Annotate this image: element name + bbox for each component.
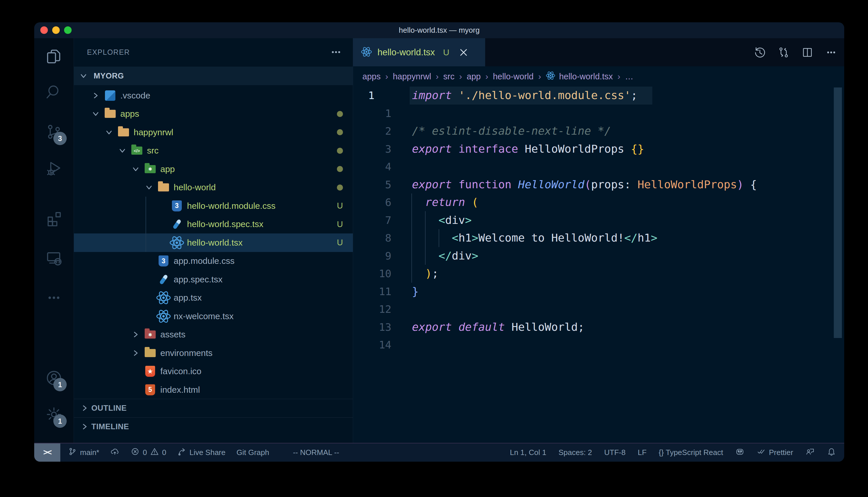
- open-timeline-button[interactable]: [754, 46, 766, 58]
- code-line[interactable]: 5export function HelloWorld(props: Hello…: [353, 176, 844, 194]
- code-line[interactable]: 1import './hello-world.module.css';: [353, 87, 844, 104]
- tree-item-happynrwl[interactable]: happynrwl: [74, 123, 353, 142]
- open-changes-button[interactable]: [777, 46, 790, 58]
- tab-hello-world-tsx[interactable]: hello-world.tsx U: [353, 38, 485, 66]
- tree-item-apps[interactable]: apps: [74, 105, 353, 123]
- code-line[interactable]: 1: [353, 104, 844, 123]
- code-line[interactable]: 14: [353, 336, 844, 354]
- line-number: 6: [353, 194, 391, 211]
- code-text: import './hello-world.module.css';: [412, 87, 637, 104]
- status-item-vim-mode[interactable]: -- NORMAL --: [293, 448, 339, 457]
- breadcrumb-item--[interactable]: …: [625, 72, 633, 81]
- status-item-live-share[interactable]: Live Share: [177, 447, 225, 458]
- code-line[interactable]: 4: [353, 158, 844, 176]
- title-bar[interactable]: hello-world.tsx — myorg: [34, 22, 844, 38]
- code-line[interactable]: 12: [353, 300, 844, 318]
- activity-item-explorer[interactable]: [43, 47, 64, 68]
- breadcrumb-separator: ›: [436, 72, 439, 81]
- status-item-feedback[interactable]: [805, 447, 815, 458]
- status-item-notifications[interactable]: [827, 447, 836, 458]
- tree-item--vscode[interactable]: .vscode: [74, 86, 353, 105]
- activity-item-run-debug[interactable]: [43, 158, 64, 179]
- git-modified-dot: [337, 148, 343, 154]
- code-editor[interactable]: 1import './hello-world.module.css';12/* …: [353, 87, 844, 443]
- breadcrumb-item-src[interactable]: src: [443, 72, 455, 81]
- tree-item-src[interactable]: </>src: [74, 142, 353, 160]
- activity-item-extensions[interactable]: [43, 209, 64, 230]
- tree-item-nx-welcome-tsx[interactable]: nx-welcome.tsx: [74, 307, 353, 326]
- tree-item-app-spec-tsx[interactable]: app.spec.tsx: [74, 270, 353, 289]
- breadcrumb-item-hello-world[interactable]: hello-world: [493, 72, 534, 81]
- tab-label: hello-world.tsx: [377, 47, 435, 58]
- remote-indicator[interactable]: ><: [34, 443, 60, 462]
- folder-src-icon: </>: [129, 144, 145, 157]
- tree-item-hello-world[interactable]: hello-world: [74, 179, 353, 197]
- status-item-sync[interactable]: [110, 447, 120, 458]
- tree-item-app[interactable]: ✱app: [74, 160, 353, 179]
- tree-item-label: hello-world.module.css: [187, 201, 275, 211]
- code-line[interactable]: 8 <h1>Welcome to HelloWorld!</h1>: [353, 229, 844, 247]
- line-number: 7: [353, 211, 391, 229]
- outline-section-header[interactable]: OUTLINE: [74, 399, 353, 417]
- code-line[interactable]: 7 <div>: [353, 211, 844, 229]
- status-item-cursor-position[interactable]: Ln 1, Col 1: [510, 448, 547, 457]
- line-number: 9: [353, 247, 391, 265]
- badge: 3: [53, 132, 67, 145]
- git-untracked-badge: U: [337, 201, 343, 211]
- tree-item-hello-world-tsx[interactable]: hello-world.tsxU: [74, 233, 353, 252]
- line-number: 10: [353, 265, 391, 283]
- code-text: <div>: [412, 211, 472, 229]
- code-line[interactable]: 9 </div>: [353, 247, 844, 265]
- tree-item-index-html[interactable]: 5index.html: [74, 381, 353, 399]
- outline-label: OUTLINE: [91, 404, 127, 413]
- code-line[interactable]: 10 );: [353, 265, 844, 283]
- code-line[interactable]: 3export interface HelloWorldProps {}: [353, 140, 844, 158]
- status-item-extension-face[interactable]: [735, 447, 744, 458]
- code-line[interactable]: 13export default HelloWorld;: [353, 318, 844, 336]
- activity-item-accounts[interactable]: 1: [43, 368, 64, 389]
- tree-item-app-module-css[interactable]: 3app.module.css: [74, 252, 353, 270]
- folder-tan-icon: [102, 107, 118, 120]
- breadcrumb-item-hello-world-tsx[interactable]: hello-world.tsx: [546, 71, 612, 83]
- status-item-encoding[interactable]: UTF-8: [604, 448, 625, 457]
- activity-item-settings[interactable]: 1: [43, 404, 64, 425]
- status-item-git-graph[interactable]: Git Graph: [237, 448, 269, 457]
- tree-item-app-tsx[interactable]: app.tsx: [74, 289, 353, 307]
- desktop-background: hello-world.tsx — myorg 311 EXPLORER MYO…: [0, 0, 868, 497]
- code-line[interactable]: 6 return (: [353, 194, 844, 211]
- workspace-root-row[interactable]: MYORG: [74, 67, 353, 85]
- timeline-section-header[interactable]: TIMELINE: [74, 417, 353, 436]
- more-actions-button[interactable]: [825, 46, 837, 58]
- status-item-indentation[interactable]: Spaces: 2: [559, 448, 592, 457]
- tree-item-assets[interactable]: ✱assets: [74, 326, 353, 344]
- explorer-more-actions-button[interactable]: [330, 46, 342, 58]
- status-item-eol[interactable]: LF: [638, 448, 647, 457]
- editor-scrollbar[interactable]: [834, 87, 842, 338]
- status-item-prettier[interactable]: Prettier: [757, 447, 793, 458]
- tree-item-favicon-ico[interactable]: ★favicon.ico: [74, 362, 353, 381]
- breadcrumb-item-apps[interactable]: apps: [362, 72, 381, 81]
- tree-item-label: app: [160, 164, 175, 174]
- activity-item-search[interactable]: [43, 82, 64, 103]
- close-tab-button[interactable]: [459, 47, 468, 57]
- code-line[interactable]: 11}: [353, 283, 844, 301]
- code-line[interactable]: 2/* eslint-disable-next-line */: [353, 122, 844, 140]
- breadcrumb-separator: ›: [485, 72, 488, 81]
- split-editor-button[interactable]: [801, 46, 813, 58]
- tree-item-environments[interactable]: environments: [74, 344, 353, 362]
- debug-icon: [45, 160, 62, 178]
- line-number: 2: [353, 122, 391, 140]
- status-item-git-branch[interactable]: main*: [68, 447, 99, 458]
- activity-item-source-control[interactable]: 3: [43, 122, 64, 143]
- files-icon: [45, 48, 62, 66]
- status-item-language-mode[interactable]: {} TypeScript React: [659, 448, 723, 457]
- breadcrumb-item-happynrwl[interactable]: happynrwl: [393, 72, 431, 81]
- breadcrumb-separator: ›: [385, 72, 388, 81]
- extensions-icon: [45, 210, 62, 228]
- status-item-problems[interactable]: 00: [130, 447, 166, 458]
- activity-item-more-views[interactable]: [43, 288, 64, 309]
- breadcrumb-item-app[interactable]: app: [467, 72, 481, 81]
- activity-item-remote-explorer[interactable]: [43, 248, 64, 269]
- tree-item-hello-world-spec-tsx[interactable]: hello-world.spec.tsxU: [74, 215, 353, 234]
- tree-item-hello-world-module-css[interactable]: 3hello-world.module.cssU: [74, 197, 353, 215]
